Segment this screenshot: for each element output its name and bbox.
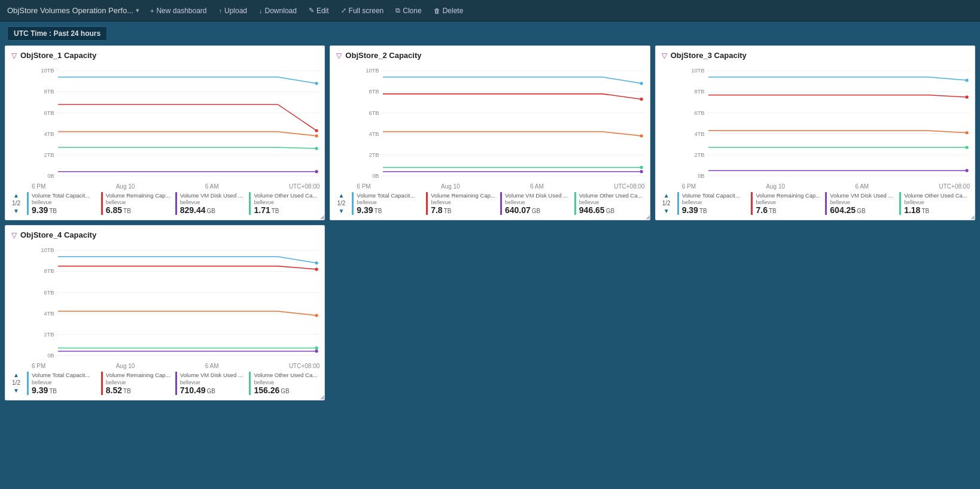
svg-text:10TB: 10TB xyxy=(691,68,705,74)
svg-point-12 xyxy=(315,82,318,85)
new-dashboard-button[interactable]: + New dashboard xyxy=(144,0,213,22)
metric-unit: TB xyxy=(272,208,279,214)
pager-down-button[interactable]: ▼ xyxy=(13,387,19,394)
metric-value: 7.6TB xyxy=(756,205,823,215)
pager-up-button[interactable]: ▲ xyxy=(664,192,669,199)
metric-unit: TB xyxy=(699,208,707,214)
chart-area: 10TB8TB6TB4TB2TB0B xyxy=(5,62,324,182)
svg-point-33 xyxy=(640,170,643,173)
pager-down-button[interactable]: ▼ xyxy=(338,208,344,214)
metric-label: Volume Remaining Cap... xyxy=(756,192,823,199)
clone-button[interactable]: ⧉ Clone xyxy=(389,0,427,22)
resize-handle[interactable]: ◢ xyxy=(317,212,324,220)
metrics-pager: ▲ 1/2 ▼ xyxy=(8,372,25,394)
header: ObjStore Volumes Operation Perfo... ▾ + … xyxy=(0,0,980,22)
svg-text:0B: 0B xyxy=(47,353,54,359)
pager-down-button[interactable]: ▼ xyxy=(13,208,19,214)
svg-point-14 xyxy=(315,134,318,137)
svg-point-50 xyxy=(965,169,968,172)
panel-title: ObjStore_3 Capacity xyxy=(671,51,747,60)
filter-icon[interactable]: ▽ xyxy=(662,51,667,60)
svg-point-16 xyxy=(315,170,318,173)
metric-unit: GB xyxy=(857,208,865,214)
svg-point-66 xyxy=(315,347,318,350)
metric-item-3: Volume Other Used Ca...bellevue1.71TB xyxy=(249,192,321,215)
metric-unit: TB xyxy=(769,208,777,214)
resize-handle[interactable]: ◢ xyxy=(643,212,650,220)
metrics-row: ▲ 1/2 ▼ Volume Total Capacit...bellevue9… xyxy=(656,190,975,217)
metric-value: 7.8TB xyxy=(431,205,498,215)
pager-up-button[interactable]: ▲ xyxy=(13,372,19,378)
time-filter-badge[interactable]: UTC Time : Past 24 hours xyxy=(7,26,107,41)
metric-number: 640.07 xyxy=(505,205,531,215)
filter-icon[interactable]: ▽ xyxy=(11,51,17,60)
chart-area: 10TB8TB6TB4TB2TB0B xyxy=(5,242,324,362)
pager-label: 1/2 xyxy=(12,200,20,206)
svg-point-31 xyxy=(640,134,643,137)
metric-unit: TB xyxy=(375,208,382,214)
upload-button[interactable]: ↑ Upload xyxy=(213,0,254,22)
filter-icon[interactable]: ▽ xyxy=(11,231,17,239)
filter-icon[interactable]: ▽ xyxy=(336,51,342,60)
metric-number: 604.25 xyxy=(830,205,856,215)
pager-down-button[interactable]: ▼ xyxy=(664,208,669,214)
metric-sub-label: bellevue xyxy=(431,199,498,205)
metric-sub-label: bellevue xyxy=(505,199,572,205)
svg-point-48 xyxy=(965,131,968,134)
metric-item-3: Volume Other Used Ca...bellevue946.65GB xyxy=(574,192,646,215)
pager-up-button[interactable]: ▲ xyxy=(338,192,344,199)
metric-sub-label: bellevue xyxy=(682,199,749,205)
metric-number: 8.52 xyxy=(106,385,122,395)
header-actions: + New dashboard ↑ Upload ↓ Download ✎ Ed… xyxy=(144,0,469,22)
metric-value: 640.07GB xyxy=(505,205,572,215)
metric-item-2: Volume VM Disk Used ...bellevue640.07GB xyxy=(500,192,572,215)
metric-value: 710.49GB xyxy=(180,385,247,395)
metric-number: 829.44 xyxy=(180,205,206,215)
title-text: ObjStore Volumes Operation Perfo... xyxy=(7,6,133,15)
fullscreen-label: Full screen xyxy=(349,7,384,15)
metric-label: Volume Total Capacit... xyxy=(682,192,749,199)
metric-number: 1.71 xyxy=(254,205,270,215)
metric-value: 9.39TB xyxy=(682,205,749,215)
title-chevron-icon[interactable]: ▾ xyxy=(136,7,139,14)
metric-number: 7.8 xyxy=(431,205,442,215)
bottom-panel-row: ▽ObjStore_4 Capacity10TB8TB6TB4TB2TB0B6 … xyxy=(0,225,980,405)
delete-icon: 🗑 xyxy=(434,7,440,14)
download-button[interactable]: ↓ Download xyxy=(253,0,303,22)
metric-label: Volume Remaining Cap... xyxy=(431,192,498,199)
metric-number: 710.49 xyxy=(180,385,206,395)
pager-up-button[interactable]: ▲ xyxy=(13,192,19,199)
resize-handle[interactable]: ◢ xyxy=(317,393,324,400)
metric-unit: GB xyxy=(281,388,289,394)
svg-text:6TB: 6TB xyxy=(44,290,54,296)
svg-point-15 xyxy=(315,147,318,150)
metric-sub-label: bellevue xyxy=(830,199,897,205)
metric-item-1: Volume Remaining Cap...bellevue6.85TB xyxy=(101,192,173,215)
resize-handle[interactable]: ◢ xyxy=(967,212,975,220)
x-axis-label: 6 PM xyxy=(32,363,45,369)
metric-item-3: Volume Other Used Ca...bellevue1.18TB xyxy=(899,192,971,215)
metric-item-1: Volume Remaining Cap...bellevue7.8TB xyxy=(426,192,498,215)
delete-button[interactable]: 🗑 Delete xyxy=(428,0,470,22)
svg-text:4TB: 4TB xyxy=(44,131,54,137)
metric-sub-label: bellevue xyxy=(254,379,321,385)
svg-text:10TB: 10TB xyxy=(41,68,54,74)
panel-header: ▽ObjStore_2 Capacity xyxy=(330,46,649,62)
svg-text:4TB: 4TB xyxy=(44,311,54,317)
metric-sub-label: bellevue xyxy=(32,199,99,205)
metric-item-0: Volume Total Capacit...bellevue9.39TB xyxy=(27,372,99,394)
metric-label: Volume Total Capacit... xyxy=(357,192,424,199)
metric-unit: GB xyxy=(532,208,540,214)
metric-sub-label: bellevue xyxy=(106,379,173,385)
metric-sub-label: bellevue xyxy=(106,199,173,205)
metric-sub-label: bellevue xyxy=(756,199,823,205)
svg-point-47 xyxy=(965,96,968,99)
svg-point-49 xyxy=(965,146,968,149)
edit-button[interactable]: ✎ Edit xyxy=(303,0,335,22)
svg-text:6TB: 6TB xyxy=(369,110,379,116)
panel-header: ▽ObjStore_4 Capacity xyxy=(5,226,324,242)
metric-item-2: Volume VM Disk Used ...bellevue710.49GB xyxy=(175,372,247,394)
metric-unit: TB xyxy=(49,388,57,394)
metric-item-0: Volume Total Capacit...bellevue9.39TB xyxy=(352,192,424,215)
fullscreen-button[interactable]: ⤢ Full screen xyxy=(335,0,390,22)
